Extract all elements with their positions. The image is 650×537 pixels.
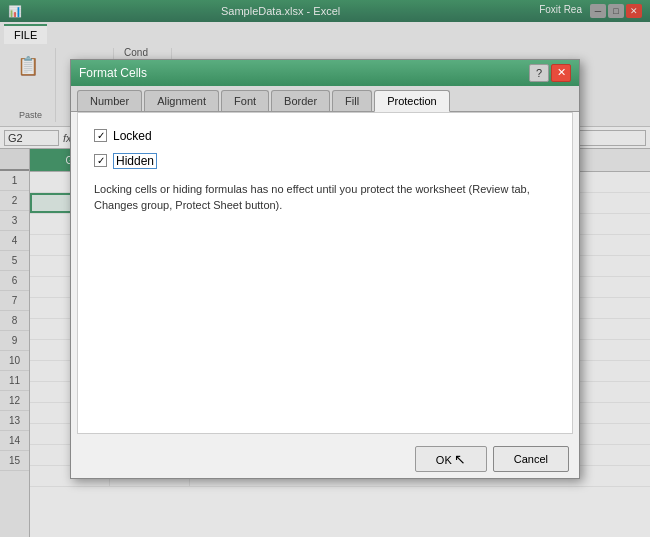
excel-background: 📊 SampleData.xlsx - Excel Foxit Rea ─ □ … xyxy=(0,0,650,537)
tab-number[interactable]: Number xyxy=(77,90,142,111)
hidden-label: Hidden xyxy=(113,153,157,169)
locked-row: Locked xyxy=(94,129,556,143)
dialog-close-button[interactable]: ✕ xyxy=(551,64,571,82)
tab-font[interactable]: Font xyxy=(221,90,269,111)
dialog-title-bar: Format Cells ? ✕ xyxy=(71,60,579,86)
dialog-title: Format Cells xyxy=(79,66,147,80)
locked-label: Locked xyxy=(113,129,152,143)
hidden-checkbox[interactable] xyxy=(94,154,107,167)
dialog-body: Locked Hidden Locking cells or hiding fo… xyxy=(77,112,573,434)
dialog-help-button[interactable]: ? xyxy=(529,64,549,82)
dialog-footer: OK↖ Cancel xyxy=(71,440,579,478)
tab-protection[interactable]: Protection xyxy=(374,90,450,112)
ok-button[interactable]: OK↖ xyxy=(415,446,487,472)
modal-overlay: Format Cells ? ✕ Number Alignment Font B… xyxy=(0,0,650,537)
format-cells-dialog: Format Cells ? ✕ Number Alignment Font B… xyxy=(70,59,580,479)
hidden-row: Hidden xyxy=(94,153,556,169)
dialog-title-buttons: ? ✕ xyxy=(529,64,571,82)
tab-border[interactable]: Border xyxy=(271,90,330,111)
cancel-button[interactable]: Cancel xyxy=(493,446,569,472)
protection-info-text: Locking cells or hiding formulas has no … xyxy=(94,181,556,214)
tab-fill[interactable]: Fill xyxy=(332,90,372,111)
dialog-tabs: Number Alignment Font Border Fill Protec… xyxy=(71,86,579,112)
tab-alignment[interactable]: Alignment xyxy=(144,90,219,111)
locked-checkbox[interactable] xyxy=(94,129,107,142)
cursor-icon: ↖ xyxy=(454,451,466,467)
